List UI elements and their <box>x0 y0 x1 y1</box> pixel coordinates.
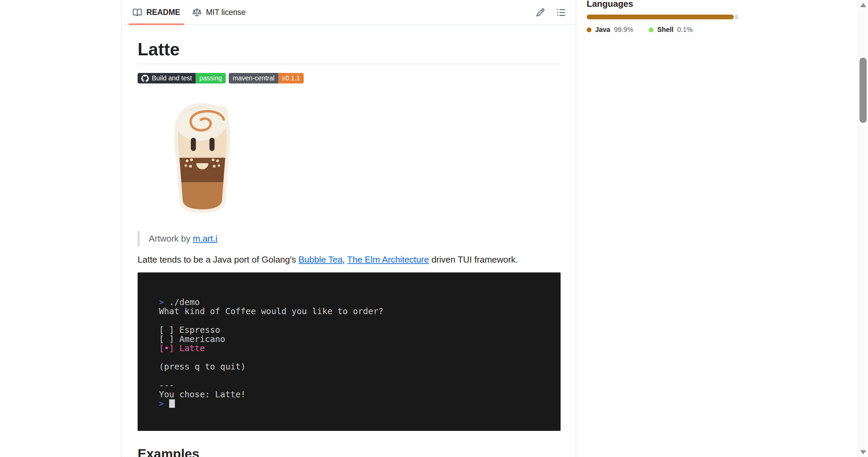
page-scrollbar[interactable] <box>857 0 868 457</box>
terminal-option-americano: [ ] Americano <box>159 335 554 344</box>
terminal-prompt: > <box>159 399 164 408</box>
github-logo-icon <box>141 75 149 82</box>
bubble-tea-link[interactable]: Bubble Tea <box>299 254 343 265</box>
languages-legend: Java 99.9% Shell 0.1% <box>587 26 738 34</box>
terminal-result: You chose: Latte! <box>159 390 554 399</box>
maven-badge-label: maven-central <box>229 73 278 83</box>
law-scales-icon <box>193 8 201 17</box>
readme-card: README MIT license Latte Build and test … <box>121 0 576 457</box>
tab-readme-label: README <box>146 8 180 17</box>
tab-mit-license-label: MIT license <box>206 8 246 17</box>
java-percentage: 99.9% <box>614 26 633 34</box>
language-item-shell[interactable]: Shell 0.1% <box>649 26 692 34</box>
latte-mascot-image <box>170 102 235 213</box>
terminal-option-latte-selected: [•] Latte <box>159 344 554 353</box>
shell-color-dot <box>649 27 653 32</box>
examples-heading: Examples <box>138 446 560 457</box>
demo-terminal-screenshot: > ./demo What kind of Coffee would you l… <box>138 272 561 431</box>
languages-section: Languages Java 99.9% Shell 0.1% <box>587 0 738 34</box>
shell-percentage: 0.1% <box>677 26 693 34</box>
badge-row: Build and test passing maven-central v0.… <box>138 73 560 83</box>
java-bar-segment <box>587 15 734 19</box>
list-unordered-icon <box>557 8 566 17</box>
java-name: Java <box>595 26 610 34</box>
shell-name: Shell <box>657 26 673 34</box>
terminal-option-espresso: [ ] Espresso <box>159 325 554 335</box>
quote-text: Artwork by <box>149 233 193 244</box>
pencil-icon <box>536 8 545 17</box>
intro-paragraph: Latte tends to be a Java port of Golang'… <box>138 254 560 265</box>
readme-content: Latte Build and test passing maven-centr… <box>121 25 576 457</box>
terminal-prompt: > <box>159 297 164 307</box>
language-item-java[interactable]: Java 99.9% <box>587 26 633 34</box>
terminal-hint: (press q to quit) <box>159 362 554 371</box>
terminal-separator: --- <box>159 381 554 390</box>
terminal-command: ./demo <box>164 297 200 307</box>
edit-readme-button[interactable] <box>536 8 545 17</box>
intro-text: driven TUI framework. <box>429 254 518 265</box>
maven-badge-version: v0.1.1 <box>278 73 304 83</box>
scrollbar-thumb[interactable] <box>860 58 867 123</box>
tab-mit-license[interactable]: MIT license <box>186 0 252 24</box>
java-color-dot <box>587 27 591 32</box>
terminal-cursor <box>169 399 175 408</box>
readme-toolbar <box>536 0 569 24</box>
build-status-badge[interactable]: Build and test passing <box>138 73 226 83</box>
shell-bar-segment <box>735 15 738 19</box>
languages-title: Languages <box>587 0 738 9</box>
book-icon <box>133 8 142 17</box>
intro-text: , <box>342 254 347 265</box>
scroll-up-arrow[interactable] <box>860 3 866 7</box>
page-title: Latte <box>138 38 560 64</box>
artwork-credit-quote: Artwork by m.art.i <box>138 231 560 246</box>
outline-button[interactable] <box>557 8 566 17</box>
readme-tabbar: README MIT license <box>121 0 576 25</box>
languages-bar[interactable] <box>587 15 738 19</box>
tab-readme[interactable]: README <box>127 0 186 24</box>
artist-link[interactable]: m.art.i <box>193 233 217 244</box>
terminal-question: What kind of Coffee would you like to or… <box>159 307 554 316</box>
maven-central-badge[interactable]: maven-central v0.1.1 <box>229 73 304 83</box>
intro-text: Latte tends to be a Java port of Golang'… <box>138 254 299 265</box>
build-badge-label: Build and test <box>152 74 192 82</box>
build-badge-status: passing <box>196 73 226 83</box>
elm-architecture-link[interactable]: The Elm Architecture <box>347 254 429 265</box>
scroll-down-arrow[interactable] <box>860 450 866 454</box>
